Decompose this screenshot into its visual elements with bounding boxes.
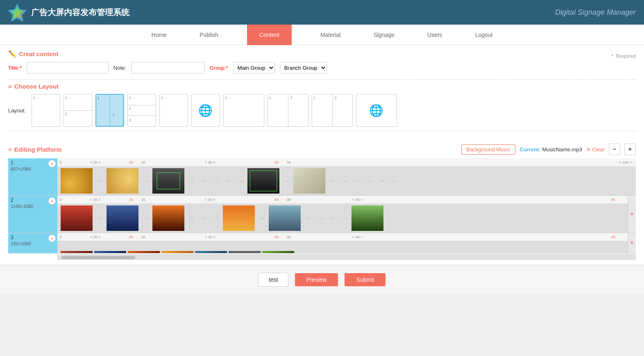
timeline-thumb-1-1[interactable] <box>61 168 93 194</box>
arrow-1-12: → <box>365 177 373 185</box>
app-logo <box>8 3 26 21</box>
timeline-thumb-2-3[interactable] <box>152 205 184 231</box>
arrow-2-9: → <box>329 214 336 223</box>
timeline-thumb-2-1[interactable] <box>61 205 93 231</box>
plus-end-3[interactable]: + <box>628 233 636 253</box>
create-content-title: Creat content <box>19 50 59 57</box>
zoom-out-button[interactable]: − <box>609 144 620 155</box>
globe-icon-1: 🌐 <box>192 94 220 126</box>
clear-button[interactable]: ✕ Clear <box>586 146 605 153</box>
add-btn-2[interactable]: + <box>48 197 56 205</box>
editing-header: ≡ Editing Platform Background Music Curr… <box>8 144 636 155</box>
ruler-3: 0 < 25 > 25 25 < 30 > 55 45 < 40 > 85 <box>57 233 628 241</box>
arrow-2-10: → <box>341 214 348 223</box>
timeline-thumb-3-2[interactable] <box>94 251 126 253</box>
horizontal-scrollbar[interactable] <box>57 254 636 260</box>
arrow-2-8: → <box>316 214 324 223</box>
choose-layout-header: ≡ Choose Layout <box>8 83 636 90</box>
main-nav: Home Publish Content Material Signage Us… <box>0 25 644 45</box>
layout-option-2[interactable]: 1 2 <box>63 94 92 127</box>
arrow-1-11: → <box>353 177 361 185</box>
app-subtitle: Digital Signage Manager <box>555 8 636 17</box>
timeline-thumb-2-6[interactable] <box>351 205 383 231</box>
layout-option-10[interactable]: 🌐 <box>356 94 397 127</box>
timeline-thumb-3-1[interactable] <box>61 251 93 253</box>
timeline-thumb-1-3[interactable] <box>152 168 184 194</box>
pencil-icon: ✏️ <box>8 50 16 58</box>
branch-group-select[interactable]: Branch Group Branch A Branch B <box>280 62 327 73</box>
timeline-label-2: 2 1193×1080 + <box>8 196 57 233</box>
arrow-2-7: → <box>304 214 311 223</box>
row-num-1: 1 <box>11 160 14 166</box>
title-input[interactable] <box>27 62 109 73</box>
note-input[interactable] <box>131 62 205 73</box>
arrow-1-14: → <box>390 177 397 185</box>
layout-option-5[interactable]: 1 <box>159 94 188 127</box>
nav-home[interactable]: Home <box>147 25 171 45</box>
timeline-thumb-3-6[interactable] <box>229 251 261 253</box>
timeline-container[interactable]: 1 607×1080 + 0 < 25 > 25 25 < 30 > 55 55… <box>8 158 636 253</box>
test-button[interactable]: test <box>259 273 288 287</box>
scrollbar-thumb[interactable] <box>61 256 135 259</box>
note-label: Note: <box>113 65 126 71</box>
timeline-thumb-3-4[interactable] <box>161 251 193 253</box>
form-row: Title:* Note: Group:* Main Group Group A… <box>8 62 636 73</box>
timeline-label-3: 3 120×1080 + <box>8 233 57 253</box>
current-music-name: MusicName.mp3 <box>542 146 582 153</box>
layout-option-1[interactable]: 1 <box>32 94 60 127</box>
layout-option-7[interactable]: 1 <box>223 94 264 127</box>
nav-content[interactable]: Content <box>247 25 292 45</box>
app-title: 广告大屏内容发布管理系统 <box>31 7 129 18</box>
nav-logout[interactable]: Logout <box>471 25 497 45</box>
layout-menu-icon: ≡ <box>8 83 12 90</box>
arrow-2-5: → <box>212 214 220 223</box>
layout-option-8[interactable]: 1 2 <box>268 94 308 127</box>
layout-option-4[interactable]: 1 2 3 <box>127 94 156 127</box>
timeline-items-1: → → → → → → → <box>57 167 636 195</box>
arrow-1-5: → <box>212 177 220 185</box>
current-label: Current: <box>519 146 540 153</box>
required-note: *: Required <box>611 53 636 59</box>
row-num-3: 3 <box>11 235 14 240</box>
plus-end-2[interactable]: + <box>628 196 636 233</box>
add-btn-1[interactable]: + <box>48 160 56 167</box>
nav-material[interactable]: Material <box>316 25 345 45</box>
arrow-1-8: → <box>283 177 290 185</box>
title-label: Title:* <box>8 65 22 71</box>
nav-signage[interactable]: Signage <box>370 25 399 45</box>
arrow-1-6: → <box>224 177 232 185</box>
bottom-bar: test Preview Submit <box>0 266 644 293</box>
add-btn-3[interactable]: + <box>48 235 56 242</box>
preview-button[interactable]: Preview <box>295 273 338 286</box>
layout-option-9[interactable]: 1 2 <box>312 94 353 127</box>
arrow-2-4: → <box>200 214 207 223</box>
dimensions-3: 120×1080 <box>11 241 31 246</box>
timeline-content-2: 0 < 25 > 25 25 < 30 > 55 45 < 40 > 85 → … <box>57 196 628 233</box>
timeline-label-1: 1 607×1080 + <box>8 158 57 195</box>
timeline-thumb-1-2[interactable] <box>107 168 138 194</box>
submit-button[interactable]: Submit <box>345 273 385 286</box>
editing-menu-icon: ≡ <box>8 146 12 153</box>
nav-publish[interactable]: Publish <box>195 25 222 45</box>
dimensions-2: 1193×1080 <box>11 204 33 209</box>
timeline-thumb-3-3[interactable] <box>128 251 160 253</box>
layout-option-6[interactable]: 🌐 <box>191 94 220 127</box>
timeline-thumb-2-2[interactable] <box>107 205 138 231</box>
arrow-1-1: → <box>96 177 103 185</box>
nav-users[interactable]: Users <box>423 25 447 45</box>
layout-option-3[interactable]: 1 2 <box>95 94 124 127</box>
header-left: 广告大屏内容发布管理系统 <box>8 3 129 21</box>
timeline-thumb-2-4[interactable] <box>223 205 255 231</box>
timeline-thumb-1-4[interactable] <box>247 168 279 194</box>
timeline-thumb-3-7[interactable] <box>262 251 294 253</box>
arrow-1-7: → <box>237 177 244 185</box>
editing-platform: ≡ Editing Platform Background Music Curr… <box>0 139 644 264</box>
bg-music-button[interactable]: Background Music <box>461 144 516 155</box>
timeline-thumb-3-5[interactable] <box>195 251 227 253</box>
choose-layout-title: Choose Layout <box>14 83 59 90</box>
zoom-in-button[interactable]: + <box>624 144 636 155</box>
timeline-thumb-1-5[interactable] <box>293 168 325 194</box>
main-group-select[interactable]: Main Group Group A Group B <box>233 62 275 73</box>
timeline-thumb-2-5[interactable] <box>269 205 301 231</box>
layout-row: Layout: 1 1 2 1 2 1 2 3 1 <box>8 94 636 127</box>
